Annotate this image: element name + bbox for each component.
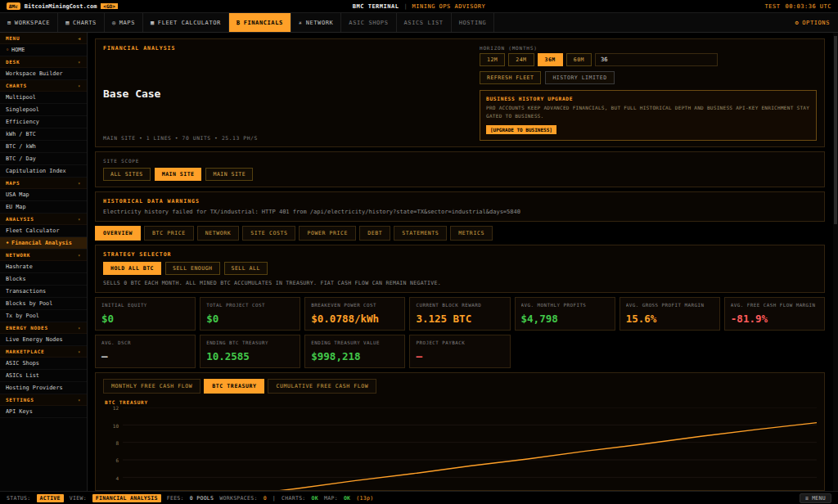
site-scope-panel: SITE SCOPE ALL SITES MAIN SITE MAIN SITE [95,151,825,187]
content-tab[interactable]: METRICS [450,226,493,241]
sidebar-item[interactable]: Workspace Builder [0,68,87,80]
sidebar-item[interactable]: Efficiency [0,116,87,128]
sidebar-item[interactable]: kWh / BTC [0,128,87,141]
strategy-options: HOLD ALL BTC SELL ENOUGH SELL ALL [103,262,817,275]
metric-card: TOTAL PROJECT COST $0 [200,297,300,331]
fleet-summary: MAIN SITE • 1 LINES • 70 UNITS • 25.13 P… [103,135,468,141]
content-tab[interactable]: POWER PRICE [299,226,356,241]
nav-tab[interactable]: ◎ MAPS [105,13,143,32]
sidebar-item[interactable]: Multipool [0,92,87,104]
sidebar-item[interactable]: Capitulation Index [0,165,87,178]
sidebar-item[interactable]: CHARTS ▾ [0,80,87,92]
sidebar-item-label: Blocks by Pool [6,300,81,307]
horizon-input[interactable] [595,53,718,66]
history-limited-button[interactable]: HISTORY LIMITED [545,71,614,84]
sidebar-item[interactable]: SETTINGS ▾ [0,394,87,406]
content-tab[interactable]: STATEMENTS [394,226,447,241]
gear-icon: ⚙ [795,20,799,26]
sidebar-item[interactable]: Singlepool [0,104,87,116]
site-scope-button[interactable]: ALL SITES [103,168,151,181]
charts-status: OK [312,495,318,502]
charts-label: CHARTS: [282,495,306,502]
sidebar-item[interactable]: ASICs List [0,370,87,382]
go-badge[interactable]: <GO> [101,3,117,9]
site-scope-button[interactable]: MAIN SITE [155,168,202,181]
chevron-down-icon: ▾ [78,181,81,186]
upgrade-title: BUSINESS HISTORY UPGRADE [486,96,810,101]
metric-card: CURRENT BLOCK REWARD 3.125 BTC [409,297,510,331]
nav-tab[interactable]: HOSTING [452,13,495,32]
terminal-title: BMC TERMINAL [353,3,399,10]
site-scope-button[interactable]: MAIN SITE [205,168,253,181]
sidebar-item[interactable]: Hosting Providers [0,382,87,394]
nav-tab-icon: ⊞ [7,20,11,26]
sidebar-item[interactable]: DESK ▾ [0,56,87,68]
sidebar-item[interactable]: ◦ HOME [0,44,87,56]
horizon-option-button[interactable]: 12M [480,53,505,66]
sidebar-item-label: ENERGY NODES [6,325,78,331]
chart-tab[interactable]: CUMULATIVE FREE CASH FLOW [268,379,376,394]
options-button[interactable]: ⚙ OPTIONS [786,13,838,32]
sidebar-item[interactable]: MAPS ▾ [0,178,87,189]
vertical-scrollbar[interactable] [833,33,838,491]
sidebar-item[interactable]: Blocks by Pool [0,298,87,310]
sidebar-item[interactable]: BTC / Day [0,153,87,165]
nav-tab[interactable]: ▤ CHARTS [58,13,105,32]
nav-tab-label: FLEET CALCULATOR [158,20,221,26]
nav-tab[interactable]: ▦ FLEET CALCULATOR [143,13,229,32]
strategy-button[interactable]: SELL ALL [224,262,268,275]
sidebar-item[interactable]: ANALYSIS ▾ [0,214,87,225]
metric-value: 10.2585 [206,350,294,362]
nav-tab-label: FINANCIALS [244,20,283,26]
sidebar-item-label: API Keys [6,408,81,415]
site-name: BitcoinMiningCost.com [25,3,97,10]
strategy-button[interactable]: HOLD ALL BTC [103,262,161,275]
upgrade-to-business-button[interactable]: [UPGRADE TO BUSINESS] [486,125,556,134]
horizon-option-button[interactable]: 60M [566,53,592,66]
nav-tab[interactable]: ASIC SHOPS [341,13,396,32]
metric-value: -81.9% [731,313,818,325]
metric-label: ENDING TREASURY VALUE [311,340,399,345]
sidebar-item[interactable]: API Keys [0,406,87,418]
content-tab[interactable]: OVERVIEW [95,226,141,241]
sidebar-item[interactable]: Live Energy Nodes [0,334,87,346]
sidebar-item[interactable]: NETWORK ▾ [0,250,87,261]
sidebar-item[interactable]: EU Map [0,201,87,214]
chevron-down-icon: ▾ [78,349,81,354]
sidebar-item[interactable]: Transactions [0,286,87,298]
sidebar-item[interactable]: ASIC Shops [0,358,87,370]
sidebar-item[interactable]: MENU ◀ [0,33,87,44]
sidebar-item[interactable]: MARKETPLACE ▾ [0,346,87,358]
panel-title: FINANCIAL ANALYSIS [103,45,468,52]
map-label: MAP: [324,495,338,502]
nav-tab[interactable]: ASICS LIST [397,13,452,32]
sidebar-item[interactable]: Hashrate [0,261,87,273]
sidebar-item[interactable]: BTC / kWh [0,141,87,153]
sidebar-item[interactable]: Tx by Pool [0,310,87,322]
strategy-button[interactable]: SELL ENOUGH [165,262,220,275]
content-tab[interactable]: SITE COSTS [242,226,295,241]
content-tab[interactable]: NETWORK [197,226,240,241]
chart-tab[interactable]: BTC TREASURY [204,379,264,394]
main-nav-bar: ⊞ WORKSPACE ▤ CHARTS ◎ MAPS ▦ FLEET CALC… [0,13,838,33]
content-tab[interactable]: DEBT [359,226,390,241]
horizon-option-button[interactable]: 36M [538,53,563,66]
nav-tab[interactable]: ⊞ WORKSPACE [0,13,58,32]
nav-tab[interactable]: ✳ NETWORK [291,13,342,32]
nav-tab[interactable]: ₿ FINANCIALS [229,13,291,32]
sidebar-item-bullet: ◦ [6,47,9,53]
sidebar-item[interactable]: • Financial Analysis [0,237,87,250]
sidebar-item[interactable]: Fleet Calculator [0,225,87,237]
scrollbar-thumb[interactable] [834,36,837,224]
sidebar-item[interactable]: Blocks [0,273,87,286]
sidebar-item[interactable]: ENERGY NODES ▾ [0,322,87,334]
sidebar-item[interactable]: USA Map [0,189,87,201]
btc-treasury-plot: 24681012 [103,407,817,491]
refresh-fleet-button[interactable]: REFRESH FLEET [480,71,541,84]
fees-label: FEES: [167,495,184,502]
horizon-option-button[interactable]: 24M [508,53,534,66]
chart-tab[interactable]: MONTHLY FREE CASH FLOW [103,379,200,394]
content-tab[interactable]: BTC PRICE [144,226,194,241]
menu-button[interactable]: ≡ MENU [800,493,831,503]
workspaces-label: WORKSPACES: [219,495,257,502]
